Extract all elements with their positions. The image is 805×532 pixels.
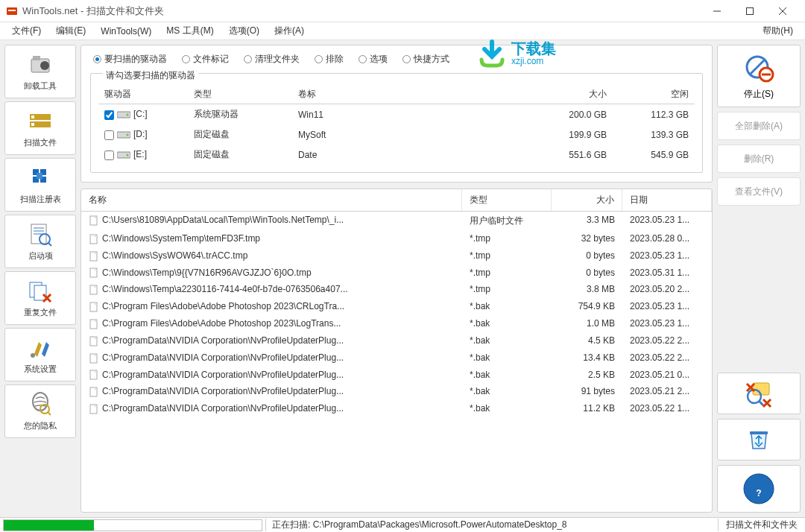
tool-4[interactable]: 重复文件 bbox=[4, 271, 76, 325]
menu-operations[interactable]: 操作(A) bbox=[267, 22, 312, 39]
tool-0[interactable]: 卸载工具 bbox=[4, 45, 76, 98]
tab-2[interactable]: 清理文件夹 bbox=[241, 51, 303, 67]
file-type: *.bak bbox=[462, 402, 552, 416]
titlebar: WinTools.net - 扫描文件和文件夹 bbox=[0, 0, 805, 22]
drives-col-label[interactable]: 卷标 bbox=[292, 85, 531, 104]
file-icon bbox=[89, 336, 99, 346]
result-row[interactable]: C:\ProgramData\NVIDIA Corporation\NvProf… bbox=[81, 349, 712, 367]
menu-edit[interactable]: 编辑(E) bbox=[48, 22, 93, 39]
tool-5[interactable]: 系统设置 bbox=[4, 328, 76, 381]
file-name: C:\Windows\Temp\9{{V7N16R96AVGJZJO`6}0O.… bbox=[102, 267, 312, 278]
file-size: 3.8 MB bbox=[552, 282, 622, 297]
stop-button[interactable]: 停止(S) bbox=[717, 45, 801, 107]
drive-row[interactable]: [C:]系统驱动器Win11200.0 GB112.3 GB bbox=[98, 104, 695, 125]
tab-1[interactable]: 文件标记 bbox=[179, 51, 232, 67]
delete-all-label: 全部删除(A) bbox=[735, 120, 783, 133]
file-icon bbox=[89, 370, 99, 380]
svg-rect-8 bbox=[33, 56, 40, 60]
tool-3[interactable]: 启动项 bbox=[4, 215, 76, 268]
result-row[interactable]: C:\ProgramData\NVIDIA Corporation\NvProf… bbox=[81, 383, 712, 400]
results-col-type[interactable]: 类型 bbox=[462, 189, 552, 211]
result-row[interactable]: C:\Windows\SystemTemp\temFD3F.tmp*.tmp32… bbox=[81, 230, 712, 247]
tool-2[interactable]: 扫描注册表 bbox=[4, 158, 76, 212]
result-row[interactable]: C:\ProgramData\NVIDIA Corporation\NvProf… bbox=[81, 400, 712, 417]
file-date: 2023.05.22 2... bbox=[622, 334, 712, 348]
drives-col-drive[interactable]: 驱动器 bbox=[98, 85, 188, 104]
svg-point-28 bbox=[31, 353, 35, 358]
tab-3[interactable]: 排除 bbox=[312, 51, 347, 67]
drive-name: [E:] bbox=[133, 149, 147, 159]
tab-label: 要扫描的驱动器 bbox=[104, 53, 167, 66]
tool-6[interactable]: 您的隐私 bbox=[4, 384, 76, 438]
drive-checkbox[interactable] bbox=[104, 151, 114, 160]
menu-wintools[interactable]: WinTools(W) bbox=[93, 24, 159, 39]
svg-rect-1 bbox=[8, 10, 16, 11]
menu-mstools[interactable]: MS 工具(M) bbox=[159, 22, 221, 39]
result-row[interactable]: C:\Users\81089\AppData\Local\Temp\WinToo… bbox=[81, 212, 712, 230]
result-row[interactable]: C:\Program Files\Adobe\Adobe Photoshop 2… bbox=[81, 298, 712, 315]
menu-help[interactable]: 帮助(H) bbox=[755, 22, 801, 39]
drive-row[interactable]: [E:]固定磁盘Date551.6 GB545.9 GB bbox=[98, 145, 695, 165]
view-file-button[interactable]: 查看文件(V) bbox=[717, 177, 801, 206]
radio-icon bbox=[402, 55, 411, 63]
tab-label: 选项 bbox=[370, 53, 388, 66]
result-row[interactable]: C:\Windows\Temp\9{{V7N16R96AVGJZJO`6}0O.… bbox=[81, 265, 712, 282]
file-icon bbox=[89, 387, 99, 397]
status-right: 扫描文件和文件夹 bbox=[718, 519, 805, 531]
menu-file[interactable]: 文件(F) bbox=[4, 22, 48, 39]
tool-icon bbox=[27, 165, 54, 191]
folder-delete-button[interactable] bbox=[717, 373, 801, 414]
maximize-button[interactable] bbox=[733, 1, 766, 22]
results-col-date[interactable]: 日期 bbox=[622, 189, 712, 211]
close-button[interactable] bbox=[766, 1, 799, 22]
app-icon bbox=[6, 5, 18, 17]
svg-line-56 bbox=[759, 401, 763, 405]
drives-fieldset: 请勾选要扫描的驱动器 驱动器 类型 卷标 大小 空闲 [C:]系统驱动器Win1… bbox=[90, 73, 703, 173]
tab-label: 文件标记 bbox=[193, 53, 229, 66]
drives-col-free[interactable]: 空闲 bbox=[613, 85, 695, 104]
recycle-bin-button[interactable] bbox=[717, 419, 801, 460]
minimize-button[interactable] bbox=[701, 1, 733, 22]
radio-icon bbox=[93, 55, 101, 63]
help-button[interactable]: ? bbox=[717, 465, 801, 513]
svg-line-31 bbox=[48, 412, 51, 415]
file-name: C:\Windows\SystemTemp\temFD3F.tmp bbox=[102, 233, 260, 244]
result-row[interactable]: C:\Program Files\Adobe\Adobe Photoshop 2… bbox=[81, 315, 712, 332]
tab-0[interactable]: 要扫描的驱动器 bbox=[90, 51, 170, 67]
file-name: C:\Users\81089\AppData\Local\Temp\WinToo… bbox=[102, 215, 344, 225]
drive-free: 545.9 GB bbox=[613, 145, 695, 165]
file-icon bbox=[89, 319, 99, 329]
delete-button[interactable]: 删除(R) bbox=[717, 145, 801, 173]
svg-point-7 bbox=[40, 61, 49, 70]
drive-free: 139.3 GB bbox=[613, 124, 695, 145]
tab-4[interactable]: 选项 bbox=[356, 51, 391, 67]
file-date: 2023.05.23 1... bbox=[622, 213, 712, 229]
stop-label: 停止(S) bbox=[744, 88, 774, 101]
file-date: 2023.05.23 1... bbox=[622, 300, 712, 314]
drive-checkbox[interactable] bbox=[104, 110, 114, 120]
delete-all-button[interactable]: 全部删除(A) bbox=[717, 112, 801, 140]
tool-label: 重复文件 bbox=[24, 307, 57, 318]
svg-text:?: ? bbox=[756, 488, 761, 498]
result-row[interactable]: C:\Windows\Temp\a2230116-7414-4e0f-b7de-… bbox=[81, 281, 712, 298]
drives-col-type[interactable]: 类型 bbox=[188, 85, 292, 104]
svg-rect-3 bbox=[747, 7, 754, 14]
tabs-row: 要扫描的驱动器文件标记清理文件夹排除选项快捷方式 bbox=[90, 51, 703, 67]
result-row[interactable]: C:\ProgramData\NVIDIA Corporation\NvProf… bbox=[81, 332, 712, 349]
file-name: C:\Windows\SysWOW64\.trACC.tmp bbox=[102, 250, 247, 261]
results-col-size[interactable]: 大小 bbox=[552, 189, 622, 211]
drive-name: [C:] bbox=[133, 109, 148, 119]
tool-1[interactable]: 扫描文件 bbox=[4, 101, 76, 155]
results-col-name[interactable]: 名称 bbox=[81, 189, 462, 211]
svg-rect-25 bbox=[34, 285, 46, 300]
result-row[interactable]: C:\ProgramData\NVIDIA Corporation\NvProf… bbox=[81, 367, 712, 384]
file-date: 2023.05.21 0... bbox=[622, 368, 712, 382]
drive-icon bbox=[117, 151, 130, 159]
menu-options[interactable]: 选项(O) bbox=[221, 22, 267, 39]
drive-checkbox[interactable] bbox=[104, 130, 114, 140]
drive-type: 固定磁盘 bbox=[188, 145, 292, 165]
drives-col-size[interactable]: 大小 bbox=[531, 85, 613, 104]
result-row[interactable]: C:\Windows\SysWOW64\.trACC.tmp*.tmp0 byt… bbox=[81, 247, 712, 265]
drive-row[interactable]: [D:]固定磁盘MySoft199.9 GB139.3 GB bbox=[98, 124, 695, 145]
tab-5[interactable]: 快捷方式 bbox=[400, 51, 452, 67]
